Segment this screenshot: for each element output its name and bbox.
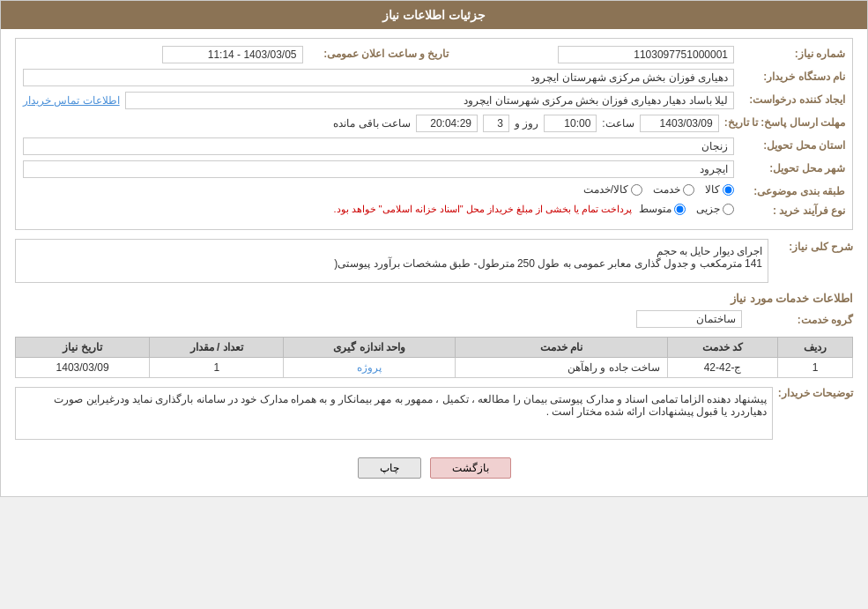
service-group-label: گروه خدمت:	[747, 312, 853, 326]
back-button[interactable]: بازگشت	[430, 457, 511, 479]
cell-quantity: 1	[150, 358, 284, 378]
announce-datetime-value: 1403/03/05 - 11:14	[162, 46, 303, 63]
province-label: استان محل تحویل:	[739, 137, 845, 152]
buyer-org-value: دهیاری فوزان بخش مرکزی شهرستان ایچرود	[23, 69, 734, 86]
cell-date: 1403/03/09	[16, 358, 150, 378]
description-title: شرح کلی نیاز:	[774, 239, 853, 253]
col-date: تاریخ نیاز	[16, 338, 150, 358]
buyer-notes: پیشنهاد دهنده الزاما تمامی اسناد و مدارک…	[15, 387, 773, 440]
col-service-name: نام خدمت	[456, 338, 668, 358]
deadline-remaining-label: ساعت باقی مانده	[333, 117, 411, 130]
category-khadamat[interactable]: خدمت	[653, 183, 694, 196]
col-unit: واحد اندازه گیری	[284, 338, 456, 358]
deadline-days: 3	[483, 115, 509, 132]
process-jozi[interactable]: جزیی	[696, 203, 734, 215]
page-title: جزئیات اطلاعات نیاز	[382, 8, 486, 22]
description-line1: اجرای دیوار حایل به حجم	[21, 245, 762, 257]
process-note: پرداخت تمام یا بخشی از مبلغ خریداز محل "…	[333, 204, 632, 215]
contact-link[interactable]: اطلاعات تماس خریدار	[23, 94, 120, 107]
service-group-value: ساختمان	[636, 310, 742, 328]
buyer-notes-label: توضیحات خریدار:	[778, 387, 853, 399]
category-label: طبقه بندی موضوعی:	[739, 183, 845, 197]
need-number-label: شماره نیاز:	[739, 46, 845, 60]
province-value: زنجان	[23, 137, 734, 155]
city-label: شهر محل تحویل:	[739, 160, 845, 175]
service-section-title: اطلاعات خدمات مورد نیاز	[15, 292, 853, 305]
buyer-org-label: نام دستگاه خریدار:	[739, 69, 845, 83]
deadline-days-label: روز و	[515, 117, 538, 130]
col-row-num: ردیف	[778, 338, 853, 358]
city-value: ایچرود	[23, 160, 734, 178]
table-row: 1 ج-42-42 ساخت جاده و راهآهن پروژه 1 140…	[16, 358, 853, 378]
print-button[interactable]: چاپ	[358, 457, 421, 479]
announce-datetime-label: تاریخ و ساعت اعلان عمومی:	[308, 46, 449, 60]
deadline-label: مهلت ارسال پاسخ: تا تاریخ:	[724, 115, 845, 129]
cell-service-name: ساخت جاده و راهآهن	[456, 358, 668, 378]
need-number-value: 1103097751000001	[558, 46, 734, 63]
cell-row-num: 1	[778, 358, 853, 378]
col-service-code: کد خدمت	[668, 338, 778, 358]
page-header: جزئیات اطلاعات نیاز	[1, 1, 867, 29]
button-row: بازگشت چاپ	[15, 449, 853, 487]
category-kala-khadamat[interactable]: کالا/خدمت	[583, 183, 642, 196]
deadline-time: 10:00	[544, 115, 597, 132]
deadline-time-label: ساعت:	[602, 117, 634, 130]
deadline-remaining: 20:04:29	[416, 115, 478, 132]
description-box: اجرای دیوار حایل به حجم 141 مترمکعب و جد…	[15, 239, 768, 283]
service-table: ردیف کد خدمت نام خدمت واحد اندازه گیری ت…	[15, 337, 853, 378]
cell-unit: پروژه	[284, 358, 456, 378]
process-label: نوع فرآیند خرید :	[739, 203, 845, 217]
creator-label: ایجاد کننده درخواست:	[739, 92, 845, 106]
cell-service-code: ج-42-42	[668, 358, 778, 378]
deadline-date: 1403/03/09	[640, 115, 719, 132]
creator-value: لیلا باساد دهیار دهیاری فوزان بخش مرکزی …	[125, 92, 734, 109]
description-line2: 141 مترمکعب و جدول گذاری معابر عمومی به …	[21, 257, 762, 270]
process-motavasset[interactable]: متوسط	[639, 203, 686, 215]
col-quantity: تعداد / مقدار	[150, 338, 284, 358]
category-kala[interactable]: کالا	[705, 183, 734, 196]
